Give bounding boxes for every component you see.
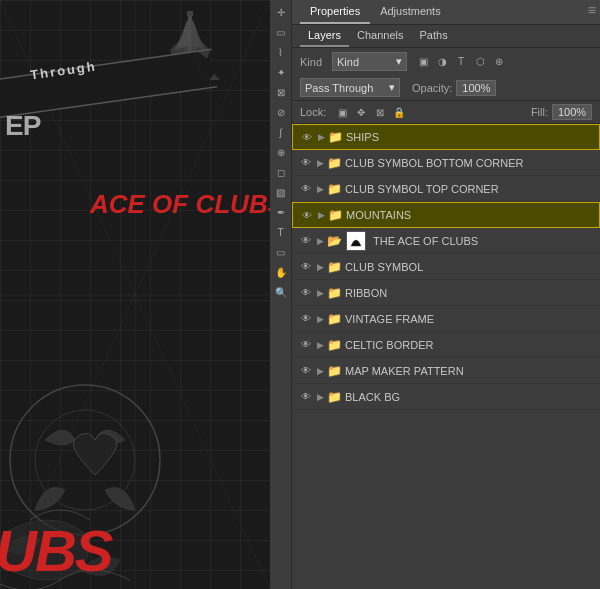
tab-layers[interactable]: Layers — [300, 25, 349, 47]
canvas-content: Through EP AcE Of CLuBS UBS — [0, 0, 270, 589]
left-toolbar: ✛ ▭ ⌇ ✦ ⊠ ⊘ ∫ ⊕ ◻ ▨ ✒ T ▭ ✋ 🔍 — [270, 0, 292, 589]
layer-club-symbol-bottom[interactable]: 👁 ▶ 📁 CLUB SYMBOL BOTTOM CORNER — [292, 150, 600, 176]
fill-label: Fill: — [531, 106, 548, 118]
svg-rect-6 — [0, 51, 202, 118]
layer-name-map: MAP MAKER PATTERN — [345, 365, 594, 377]
pen-tool-icon[interactable]: ✒ — [273, 204, 289, 220]
layer-club-symbol-top[interactable]: 👁 ▶ 📁 CLUB SYMBOL TOP CORNER — [292, 176, 600, 202]
shape-tool-icon[interactable]: ▭ — [273, 244, 289, 260]
panel-tabs: Properties Adjustments ≡ — [292, 0, 600, 25]
kind-dropdown[interactable]: Kind ▾ — [332, 52, 407, 71]
arrow-club-symbol[interactable]: ▶ — [314, 259, 326, 275]
gradient-tool-icon[interactable]: ▨ — [273, 184, 289, 200]
tab-adjustments[interactable]: Adjustments — [370, 0, 451, 24]
eye-icon-mountains[interactable]: 👁 — [299, 207, 315, 223]
wand-tool-icon[interactable]: ✦ — [273, 64, 289, 80]
eye-icon-club-top[interactable]: 👁 — [298, 181, 314, 197]
kind-label: Kind — [300, 56, 328, 68]
eye-icon-celtic[interactable]: 👁 — [298, 337, 314, 353]
layer-ships[interactable]: 👁 ▶ 📁 SHIPS — [292, 124, 600, 150]
arrow-club-bottom[interactable]: ▶ — [314, 155, 326, 171]
folder-icon-celtic: 📁 — [326, 337, 342, 353]
filter-type-icon[interactable]: T — [453, 54, 469, 70]
filter-smart-icon[interactable]: ⊛ — [491, 54, 507, 70]
lock-all-icon[interactable]: 🔒 — [391, 104, 407, 120]
layer-celtic-border[interactable]: 👁 ▶ 📁 CELTIC BORDER — [292, 332, 600, 358]
eye-icon-club-symbol[interactable]: 👁 — [298, 259, 314, 275]
folder-icon-club-bottom: 📁 — [326, 155, 342, 171]
folder-icon-ribbon: 📁 — [326, 285, 342, 301]
filter-adjust-icon[interactable]: ◑ — [434, 54, 450, 70]
canvas-artwork — [0, 0, 270, 589]
opacity-input[interactable]: 100% — [456, 80, 496, 96]
layer-name-blackbg: BLACK BG — [345, 391, 594, 403]
svg-marker-7 — [197, 48, 222, 88]
kind-row: Kind Kind ▾ ▣ ◑ T ⬡ ⊛ — [292, 48, 600, 75]
blending-row: Pass Through ▾ Opacity: 100% — [292, 75, 600, 101]
eye-icon-ribbon[interactable]: 👁 — [298, 285, 314, 301]
arrow-map[interactable]: ▶ — [314, 363, 326, 379]
arrow-club-top[interactable]: ▶ — [314, 181, 326, 197]
arrow-ships[interactable]: ▶ — [315, 129, 327, 145]
move-tool-icon[interactable]: ✛ — [273, 4, 289, 20]
fill-input[interactable]: 100% — [552, 104, 592, 120]
lock-icons: ▣ ✥ ⊠ 🔒 — [334, 104, 407, 120]
right-panel: Properties Adjustments ≡ Layers Channels… — [292, 0, 600, 589]
filter-pixel-icon[interactable]: ▣ — [415, 54, 431, 70]
type-tool-icon[interactable]: T — [273, 224, 289, 240]
arrow-ribbon[interactable]: ▶ — [314, 285, 326, 301]
lasso-tool-icon[interactable]: ⌇ — [273, 44, 289, 60]
eyedropper-tool-icon[interactable]: ⊘ — [273, 104, 289, 120]
layer-vintage-frame[interactable]: 👁 ▶ 📁 VINTAGE FRAME — [292, 306, 600, 332]
arrow-ace[interactable]: ▶ — [314, 233, 326, 249]
kind-icons: ▣ ◑ T ⬡ ⊛ — [415, 54, 507, 70]
opacity-label: Opacity: — [412, 82, 452, 94]
layer-name-ships: SHIPS — [346, 131, 593, 143]
arrow-blackbg[interactable]: ▶ — [314, 389, 326, 405]
tab-channels[interactable]: Channels — [349, 25, 411, 47]
folder-icon-ace: 📂 — [326, 233, 342, 249]
stamp-tool-icon[interactable]: ⊕ — [273, 144, 289, 160]
layer-name-mountains: MOUNTAINS — [346, 209, 593, 221]
folder-icon-ships: 📁 — [327, 129, 343, 145]
crop-tool-icon[interactable]: ⊠ — [273, 84, 289, 100]
layer-name-ribbon: RIBBON — [345, 287, 594, 299]
layer-map-maker[interactable]: 👁 ▶ 📁 MAP MAKER PATTERN — [292, 358, 600, 384]
eye-icon-ships[interactable]: 👁 — [299, 129, 315, 145]
layers-list[interactable]: 👁 ▶ 📁 SHIPS 👁 ▶ 📁 CLUB SYMBOL BOTTOM COR… — [292, 124, 600, 589]
eye-icon-map[interactable]: 👁 — [298, 363, 314, 379]
eye-icon-ace[interactable]: 👁 — [298, 233, 314, 249]
svg-point-11 — [35, 410, 135, 510]
hand-tool-icon[interactable]: ✋ — [273, 264, 289, 280]
layer-name-ace: THE ACE OF CLUBS — [373, 235, 594, 247]
layer-ribbon[interactable]: 👁 ▶ 📁 RIBBON — [292, 280, 600, 306]
arrow-vintage[interactable]: ▶ — [314, 311, 326, 327]
layer-ace-of-clubs[interactable]: 👁 ▶ 📂 THE ACE OF CLUBS — [292, 228, 600, 254]
layer-club-symbol[interactable]: 👁 ▶ 📁 CLUB SYMBOL — [292, 254, 600, 280]
tab-properties[interactable]: Properties — [300, 0, 370, 24]
tab-paths[interactable]: Paths — [412, 25, 456, 47]
layer-black-bg[interactable]: 👁 ▶ 📁 BLACK BG — [292, 384, 600, 410]
layer-mountains[interactable]: 👁 ▶ 📁 MOUNTAINS — [292, 202, 600, 228]
zoom-tool-icon[interactable]: 🔍 — [273, 284, 289, 300]
svg-line-2 — [0, 0, 270, 589]
layer-name-club-bottom: CLUB SYMBOL BOTTOM CORNER — [345, 157, 594, 169]
panel-menu-icon[interactable]: ≡ — [588, 2, 596, 18]
folder-icon-club-top: 📁 — [326, 181, 342, 197]
eye-icon-club-bottom[interactable]: 👁 — [298, 155, 314, 171]
eye-icon-vintage[interactable]: 👁 — [298, 311, 314, 327]
arrow-celtic[interactable]: ▶ — [314, 337, 326, 353]
layer-name-celtic: CELTIC BORDER — [345, 339, 594, 351]
marquee-tool-icon[interactable]: ▭ — [273, 24, 289, 40]
eye-icon-blackbg[interactable]: 👁 — [298, 389, 314, 405]
lock-position-icon[interactable]: ✥ — [353, 104, 369, 120]
lock-artboard-icon[interactable]: ⊠ — [372, 104, 388, 120]
arrow-mountains[interactable]: ▶ — [315, 207, 327, 223]
lock-pixels-icon[interactable]: ▣ — [334, 104, 350, 120]
blend-mode-dropdown[interactable]: Pass Through ▾ — [300, 78, 400, 97]
folder-icon-club-symbol: 📁 — [326, 259, 342, 275]
eraser-tool-icon[interactable]: ◻ — [273, 164, 289, 180]
filter-shape-icon[interactable]: ⬡ — [472, 54, 488, 70]
lock-label: Lock: — [300, 106, 326, 118]
brush-tool-icon[interactable]: ∫ — [273, 124, 289, 140]
